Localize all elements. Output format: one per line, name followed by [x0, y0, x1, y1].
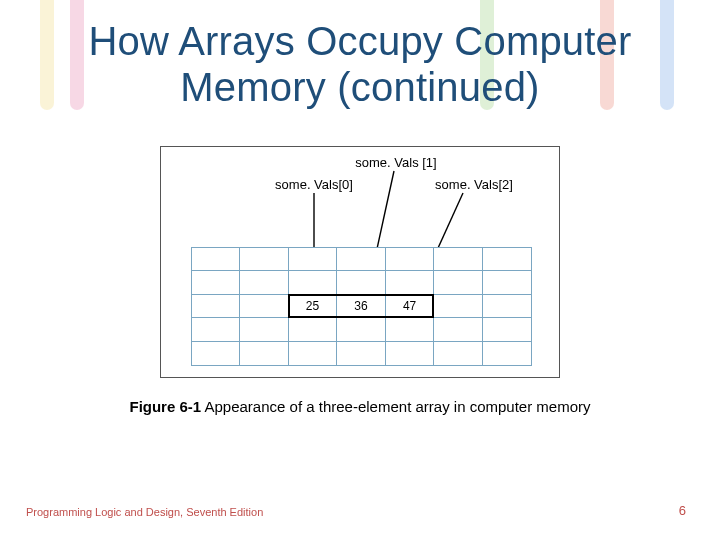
grid-cell	[385, 247, 435, 272]
grid-cell	[288, 247, 338, 272]
grid-cell	[288, 270, 338, 295]
grid-cell	[385, 270, 435, 295]
grid-cell	[336, 270, 386, 295]
grid-cell	[239, 294, 289, 319]
array-cell: 36	[336, 294, 386, 319]
figure-caption: Figure 6-1 Appearance of a three-element…	[0, 398, 720, 415]
grid-cell	[191, 294, 241, 319]
figure-box: some. Vals [1] some. Vals[0] some. Vals[…	[160, 146, 560, 378]
grid-cell	[336, 317, 386, 342]
grid-cell	[433, 341, 483, 366]
grid-cell	[433, 247, 483, 272]
grid-cell	[385, 341, 435, 366]
grid-cell	[191, 270, 241, 295]
grid-cell	[482, 341, 532, 366]
memory-grid: 25 36 47	[191, 247, 531, 365]
slide-title: How Arrays Occupy Computer Memory (conti…	[0, 0, 720, 110]
array-label-0: some. Vals[0]	[269, 177, 359, 192]
array-label-2: some. Vals[2]	[429, 177, 519, 192]
footer-book-title: Programming Logic and Design, Seventh Ed…	[26, 506, 263, 518]
grid-cell	[239, 247, 289, 272]
array-label-1: some. Vals [1]	[351, 155, 441, 170]
array-cell: 25	[288, 294, 338, 319]
grid-cell	[336, 341, 386, 366]
page-number: 6	[679, 503, 686, 518]
grid-cell	[239, 270, 289, 295]
array-cell: 47	[385, 294, 435, 319]
grid-cell	[482, 317, 532, 342]
grid-cell	[288, 341, 338, 366]
grid-cell	[433, 317, 483, 342]
grid-cell	[239, 317, 289, 342]
grid-cell	[288, 317, 338, 342]
figure-caption-text: Appearance of a three-element array in c…	[201, 398, 590, 415]
grid-cell	[239, 341, 289, 366]
grid-cell	[385, 317, 435, 342]
grid-cell	[433, 270, 483, 295]
figure-number: Figure 6-1	[129, 398, 201, 415]
grid-cell	[482, 294, 532, 319]
grid-cell	[433, 294, 483, 319]
grid-cell	[336, 247, 386, 272]
grid-cell	[191, 247, 241, 272]
grid-cell	[191, 317, 241, 342]
grid-cell	[482, 270, 532, 295]
grid-cell	[191, 341, 241, 366]
grid-cell	[482, 247, 532, 272]
